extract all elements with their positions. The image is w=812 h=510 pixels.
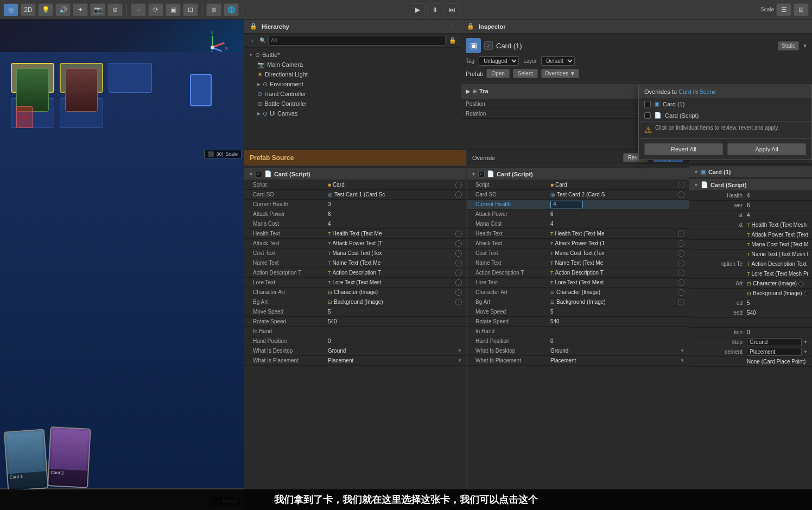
ov-prop-whatisplacement: What Is Placement Placement ▼ [467, 356, 689, 366]
ps-circle-bgart[interactable]: ○ [455, 299, 462, 305]
ov-circle-loretext[interactable]: ○ [678, 279, 684, 286]
board-card-2[interactable] [65, 68, 98, 112]
audio-btn[interactable]: 🔊 [55, 3, 71, 16]
hier-item-dirlight[interactable]: ☀ Directional Light [244, 69, 461, 79]
hierarchy-search-btn[interactable]: 🔒 [448, 36, 458, 46]
ov-label-attackpower: Attack Power [475, 211, 546, 217]
lighting-btn[interactable]: 💡 [38, 3, 53, 16]
insp-right-handposition: tion 0 [689, 328, 812, 337]
inspector-lock-icon[interactable]: 🔒 [466, 22, 475, 31]
insp-right-comp-card1[interactable]: ▼ ▣ Card (1) [689, 166, 812, 178]
inspector-active-checkbox[interactable]: ✓ [484, 41, 493, 50]
ps-circle-loretext[interactable]: ○ [455, 279, 462, 286]
gizmos-btn[interactable]: ⊕ [107, 3, 123, 16]
insp-right-comp-cardscript[interactable]: ▼ 📄 Card (Script) [689, 179, 812, 191]
ps-circle-actiondesc[interactable]: ○ [455, 270, 462, 276]
hier-icon-uicanvas: ⊙ [263, 110, 268, 117]
prefab-open-btn[interactable]: Open [486, 69, 509, 78]
ov-component-header[interactable]: ▼ ✓ 📄 Card (Script) [467, 168, 689, 180]
hierarchy-menu-icon[interactable]: ⋮ [447, 22, 456, 31]
fx-btn[interactable]: ✦ [73, 3, 88, 16]
ps-label-attacktext: Attack Text [253, 240, 323, 246]
ov-circle-nametext[interactable]: ○ [678, 260, 684, 266]
step-btn[interactable]: ⏭ [445, 3, 460, 16]
insp-right-circle-8[interactable] [804, 291, 808, 296]
ps-circle-costtext[interactable]: ○ [455, 250, 462, 257]
prefab-overrides-btn[interactable]: Overrides ▼ [541, 69, 579, 78]
ov-textref-icon-4: T [550, 260, 554, 266]
hand-card-1[interactable]: Card 1 [4, 429, 48, 491]
ps-val-charart-text: Character (Image) [334, 289, 378, 295]
layer-dropdown[interactable]: Default [541, 56, 575, 66]
hier-item-handctrl[interactable]: ⊙ Hand Controller [244, 89, 461, 99]
overrides-checkbox-1[interactable] [644, 101, 651, 107]
overrides-scene-link[interactable]: Scene [700, 88, 716, 95]
ps-circle-attacktext[interactable]: ○ [455, 240, 462, 247]
inspector-menu-icon[interactable]: ⋮ [798, 22, 808, 31]
insp-right-val-nametextref: Name Text (Text Mesh Pro UG [752, 251, 808, 257]
hier-item-maincam[interactable]: 📷 Main Camera [244, 60, 461, 69]
rotate-tool[interactable]: ⟳ [148, 3, 163, 16]
ov-input-currenthealth[interactable] [550, 201, 583, 208]
ov-val-bgart: Background (Image) [556, 299, 606, 305]
ov-comp-checkbox[interactable]: ✓ [478, 171, 485, 177]
insp-right-placement-dropdown[interactable]: Placement [747, 348, 802, 356]
hierarchy-lock-icon[interactable]: 🔒 [249, 22, 258, 31]
ps-circle-healthtext[interactable]: ○ [455, 231, 462, 237]
insp-right-circle-7[interactable] [798, 281, 804, 286]
static-dropdown-arrow[interactable]: ▼ [802, 43, 808, 49]
ps-circle-charart[interactable]: ○ [455, 289, 462, 296]
static-button[interactable]: Static [778, 41, 799, 50]
ps-comp-checkbox[interactable]: ✓ [256, 171, 262, 177]
scene-mode-btn[interactable]: ◎ [3, 3, 18, 16]
ov-circle-script[interactable]: ○ [678, 182, 684, 188]
ov-circle-attacktext[interactable]: ○ [678, 240, 684, 247]
2d-btn[interactable]: 2D [21, 3, 36, 16]
overrides-warning: ⚠ Click on individual items to review, r… [639, 121, 811, 138]
ps-circle-nametext[interactable]: ○ [455, 260, 462, 266]
layers-btn[interactable]: ☰ [776, 3, 791, 16]
ov-circle-healthtext[interactable]: ○ [678, 231, 684, 237]
ov-circle-costtext[interactable]: ○ [678, 250, 684, 257]
pivot-btn[interactable]: ⊕ [206, 3, 221, 16]
ov-prop-attacktext: Attack Text T Attack Power Text (1 ○ [467, 239, 689, 248]
ov-circle-actiondesc[interactable]: ○ [678, 270, 684, 276]
ov-prop-bgart: Bg Art ⊡ Background (Image) ○ [467, 297, 689, 307]
board-card-1[interactable] [16, 68, 49, 112]
hierarchy-search-input[interactable] [268, 36, 446, 46]
hier-item-battlectrl[interactable]: ⊙ Battle Controller [244, 99, 461, 109]
rect-tool[interactable]: ⊡ [183, 3, 198, 16]
ov-circle-bgart[interactable]: ○ [678, 299, 684, 305]
scene-cam-btn[interactable]: 📷 [90, 3, 105, 16]
tag-dropdown[interactable]: Untagged [479, 56, 519, 66]
hand-card-2[interactable]: Card 2 [47, 426, 91, 488]
overrides-item-cardscipt[interactable]: 📄 Card (Script) [639, 110, 811, 121]
overrides-checkbox-2[interactable] [644, 112, 651, 119]
global-btn[interactable]: 🌐 [224, 3, 239, 16]
ov-prop-attackpower: Attack Power 6 [467, 209, 689, 219]
ov-circle-cardso[interactable]: ○ [678, 192, 684, 198]
move-tool[interactable]: ↔ [131, 3, 146, 16]
ov-circle-charart[interactable]: ○ [678, 289, 684, 296]
ps-label-loretext: Lore Text [253, 279, 323, 285]
ps-component-header[interactable]: ▼ ✓ 📄 Card (Script) [244, 168, 466, 180]
scale-tool[interactable]: ▣ [166, 3, 181, 16]
ps-circle-script[interactable]: ○ [455, 182, 462, 188]
pause-btn[interactable]: ⏸ [427, 3, 442, 16]
hier-item-env[interactable]: ▶ ⊙ Environment [244, 79, 461, 89]
hier-item-battle[interactable]: ▼ ⊙ Battle* [244, 50, 461, 60]
apply-all-btn[interactable]: Apply All [727, 143, 806, 155]
overrides-item-card1[interactable]: ▣ Card (1) [639, 98, 811, 110]
overrides-card-link[interactable]: Card [678, 88, 692, 95]
prefab-select-btn[interactable]: Select [513, 69, 538, 78]
hier-item-uicanvas[interactable]: ▶ ⊙ UI Canvas [244, 109, 461, 118]
hierarchy-add-icon[interactable]: + [248, 36, 257, 46]
ov-textref-icon-2: T [550, 241, 554, 246]
overrides-icon-2: 📄 [654, 112, 662, 119]
ps-circle-cardso[interactable]: ○ [455, 192, 462, 198]
ov-label-charart: Character Art [475, 289, 546, 295]
layout-btn[interactable]: ⊞ [794, 3, 809, 16]
revert-all-btn[interactable]: Revert All [644, 143, 723, 155]
play-btn[interactable]: ▶ [410, 3, 425, 16]
insp-right-desktop-dropdown[interactable]: Ground [747, 338, 802, 346]
